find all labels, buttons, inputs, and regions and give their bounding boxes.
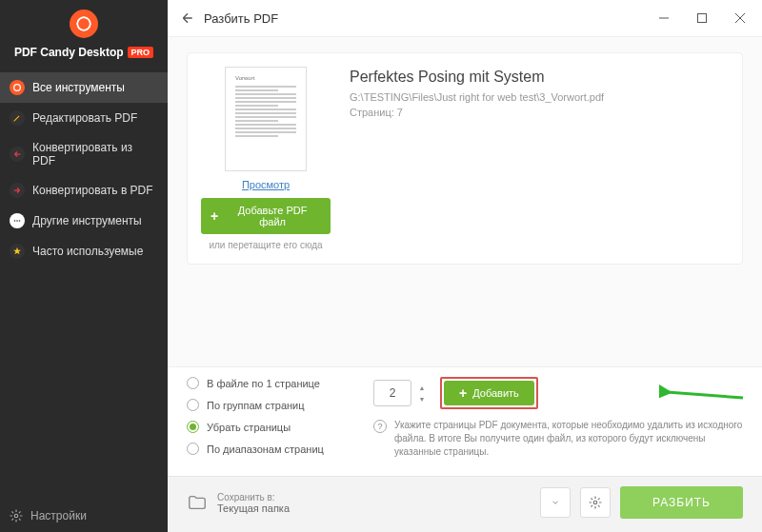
svg-point-3: [16, 220, 18, 222]
sidebar-item-label: Часто используемые: [32, 245, 143, 258]
radio-label: По диапазонам страниц: [207, 443, 324, 455]
file-card: Vorwort Просмотр + Добавьте PDF файл или…: [187, 52, 743, 265]
radio-label: По группам страниц: [207, 400, 305, 411]
svg-rect-7: [698, 14, 707, 23]
sidebar-item-label: Конвертировать в PDF: [32, 184, 153, 197]
file-title: Perfektes Posing mit System: [350, 69, 729, 86]
bottom-panel: В файле по 1 странице По группам страниц…: [168, 366, 762, 532]
add-button[interactable]: + Добавить: [444, 381, 534, 405]
radio-label: Убрать страницы: [207, 422, 291, 433]
radio-ranges[interactable]: По диапазонам страниц: [187, 443, 354, 455]
pro-badge: PRO: [128, 47, 154, 58]
minimize-icon: [659, 13, 669, 23]
dots-icon: [10, 213, 25, 228]
sidebar-item-other-tools[interactable]: Другие инструменты: [0, 206, 168, 236]
spin-down[interactable]: ▼: [415, 393, 429, 404]
pdf-thumbnail[interactable]: Vorwort: [225, 67, 307, 171]
svg-point-5: [14, 514, 18, 518]
svg-point-4: [19, 220, 21, 222]
settings-button[interactable]: [580, 487, 611, 518]
maximize-button[interactable]: [688, 7, 716, 30]
maximize-icon: [697, 13, 707, 23]
chevron-down-icon: [551, 498, 560, 507]
hint-text: Укажите страницы PDF документа, которые …: [394, 419, 743, 459]
page-title: Разбить PDF: [204, 11, 278, 26]
plus-icon: +: [459, 386, 467, 400]
sidebar: PDF Candy Desktop PRO Все инструменты Ре…: [0, 0, 168, 532]
candy-icon: [10, 80, 25, 95]
settings-label: Настройки: [30, 509, 87, 522]
file-path: G:\TESTING\Files\Just right for web test…: [350, 91, 729, 103]
file-pages: Страниц: 7: [350, 107, 729, 118]
gear-icon: [589, 496, 602, 509]
radio-label: В файле по 1 странице: [207, 378, 320, 389]
sidebar-item-convert-to[interactable]: Конвертировать в PDF: [0, 175, 168, 206]
split-mode-radios: В файле по 1 странице По группам страниц…: [187, 377, 354, 459]
sidebar-item-frequent[interactable]: Часто используемые: [0, 236, 168, 266]
sidebar-item-label: Редактировать PDF: [32, 111, 137, 125]
add-pdf-label: Добавьте PDF файл: [224, 205, 321, 227]
add-label: Добавить: [472, 387, 519, 399]
arrow-back-icon: [180, 10, 195, 26]
preview-link[interactable]: Просмотр: [242, 179, 290, 190]
drag-hint: или перетащите его сюда: [209, 240, 322, 250]
settings-link[interactable]: Настройки: [0, 500, 168, 532]
svg-point-11: [593, 501, 597, 504]
main-panel: Разбить PDF Vorwort Просмотр +: [168, 0, 762, 532]
radio-icon: [187, 399, 199, 411]
save-path-dropdown[interactable]: [540, 487, 571, 518]
svg-point-1: [14, 85, 21, 91]
arrow-right-icon: [10, 183, 25, 198]
back-button[interactable]: [175, 6, 200, 30]
radio-remove-pages[interactable]: Убрать страницы: [187, 421, 354, 433]
save-to-label: Сохранить в:: [217, 492, 531, 502]
radio-groups[interactable]: По группам страниц: [187, 399, 354, 411]
sidebar-item-label: Другие инструменты: [32, 214, 142, 227]
radio-one-page[interactable]: В файле по 1 странице: [187, 377, 354, 389]
radio-icon: [187, 443, 199, 455]
pencil-icon: [10, 110, 25, 126]
page-number-input[interactable]: [373, 380, 411, 406]
spin-up[interactable]: ▲: [415, 382, 429, 393]
close-button[interactable]: [726, 7, 754, 30]
star-icon: [10, 244, 25, 259]
titlebar: Разбить PDF: [168, 0, 762, 37]
radio-icon: [187, 421, 199, 433]
brand-name: PDF Candy Desktop: [14, 46, 124, 59]
sidebar-item-label: Все инструменты: [32, 81, 125, 94]
help-icon: ?: [373, 420, 387, 433]
sidebar-item-all-tools[interactable]: Все инструменты: [0, 72, 168, 103]
folder-icon: [187, 492, 208, 513]
annotation-arrow-icon: [659, 384, 745, 404]
split-button[interactable]: РАЗБИТЬ: [620, 486, 743, 519]
brand-block: PDF Candy Desktop PRO: [0, 0, 168, 72]
sidebar-item-edit-pdf[interactable]: Редактировать PDF: [0, 103, 168, 133]
minimize-button[interactable]: [650, 7, 678, 30]
brand-logo-icon: [70, 10, 98, 38]
svg-line-10: [667, 392, 743, 398]
plus-icon: +: [211, 209, 218, 223]
close-icon: [735, 13, 745, 23]
add-pdf-button[interactable]: + Добавьте PDF файл: [201, 198, 331, 234]
sidebar-item-label: Конвертировать из PDF: [32, 141, 158, 167]
add-button-highlight: + Добавить: [440, 377, 538, 409]
thumb-title: Vorwort: [235, 75, 296, 81]
save-to-path: Текущая папка: [217, 502, 531, 514]
action-bar: Сохранить в: Текущая папка РАЗБИТЬ: [168, 476, 762, 532]
radio-icon: [187, 377, 199, 389]
sidebar-item-convert-from[interactable]: Конвертировать из PDF: [0, 133, 168, 175]
arrow-left-icon: [10, 147, 25, 162]
svg-point-2: [14, 220, 16, 222]
gear-icon: [10, 509, 23, 522]
sidebar-nav: Все инструменты Редактировать PDF Конвер…: [0, 72, 168, 266]
